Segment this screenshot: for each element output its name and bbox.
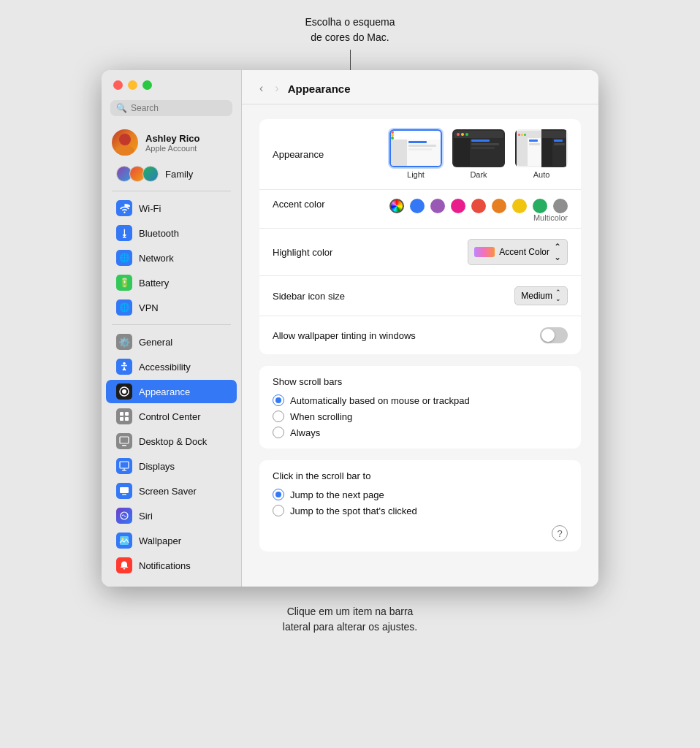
- appearance-option-dark-label: Dark: [470, 170, 487, 179]
- sidebar-item-label-control-center: Control Center: [139, 411, 201, 422]
- bottom-annotation-text: Clique em um item na barralateral para a…: [102, 604, 598, 635]
- sidebar-icon-size-value: Medium: [521, 291, 552, 301]
- sidebar-item-siri[interactable]: Siri: [106, 504, 237, 527]
- svg-point-2: [123, 362, 126, 365]
- sidebar-item-control-center[interactable]: Control Center: [106, 405, 237, 428]
- appearance-thumb-dark: [452, 129, 505, 167]
- sidebar-item-wifi[interactable]: Wi-Fi: [106, 196, 237, 220]
- thumb-sidebar-dark: [454, 138, 470, 167]
- thumb-dot-y-auto: [521, 134, 523, 136]
- thumb-dot-red-dark: [457, 133, 460, 136]
- accent-color-control: Multicolor: [389, 199, 568, 222]
- appearance-label: Appearance: [273, 149, 389, 160]
- click-spot-clicked-option[interactable]: Jump to the spot that's clicked: [273, 505, 568, 516]
- forward-button[interactable]: ›: [272, 80, 281, 96]
- ts-a3: [554, 140, 563, 142]
- appearance-option-light[interactable]: Light: [389, 129, 442, 179]
- sidebar-item-accessibility[interactable]: Accessibility: [106, 355, 237, 378]
- back-button[interactable]: ‹: [256, 80, 266, 96]
- sidebar-item-network[interactable]: 🌐 Network: [106, 246, 237, 270]
- sidebar-item-bluetooth[interactable]: ⭳ Bluetooth: [106, 221, 237, 245]
- sidebar-item-battery[interactable]: 🔋 Battery: [106, 271, 237, 294]
- sidebar-item-notifications[interactable]: Notifications: [106, 554, 237, 577]
- svg-point-4: [122, 389, 126, 394]
- svg-rect-6: [125, 412, 129, 416]
- svg-rect-7: [120, 417, 123, 421]
- desktop-dock-icon: [116, 433, 132, 449]
- bottom-annotation: Clique em um item na barralateral para a…: [102, 594, 598, 635]
- appearance-thumb-light: [389, 129, 442, 167]
- accent-green[interactable]: [533, 199, 547, 213]
- battery-icon: 🔋: [116, 275, 132, 291]
- accent-multicolor-label: Multicolor: [533, 213, 568, 222]
- appearance-option-auto[interactable]: Auto: [515, 129, 568, 179]
- sidebar-item-displays[interactable]: Displays: [106, 454, 237, 478]
- accent-blue[interactable]: [410, 199, 425, 213]
- main-content: ‹ › Appearance Appearance: [242, 70, 598, 587]
- scroll-scrolling-option[interactable]: When scrolling: [273, 411, 568, 422]
- highlight-color-control: Accent Color ⌃⌄: [389, 239, 568, 265]
- accent-orange[interactable]: [492, 199, 506, 213]
- thumb-strip-d2: [471, 143, 499, 145]
- svg-rect-9: [120, 437, 129, 443]
- thumb-strip-d1: [471, 140, 490, 142]
- screen-saver-icon: [116, 483, 132, 499]
- thumb-dot-green-dark: [465, 133, 468, 136]
- click-next-page-option[interactable]: Jump to the next page: [273, 489, 568, 500]
- user-name: Ashley Rico: [145, 133, 199, 144]
- highlight-color-button[interactable]: Accent Color ⌃⌄: [468, 239, 568, 265]
- accent-graphite[interactable]: [553, 199, 568, 213]
- search-bar[interactable]: 🔍: [110, 100, 232, 116]
- sidebar-item-desktop-dock[interactable]: Desktop & Dock: [106, 430, 237, 453]
- maximize-button[interactable]: [142, 80, 152, 90]
- user-profile-item[interactable]: Ashley Rico Apple Account: [102, 125, 241, 161]
- wallpaper-tinting-toggle[interactable]: [540, 327, 568, 343]
- notifications-icon: [116, 557, 132, 573]
- sidebar-item-general[interactable]: ⚙️ General: [106, 330, 237, 354]
- scroll-always-option[interactable]: Always: [273, 427, 568, 438]
- vpn-icon: 🌐: [116, 299, 132, 316]
- sidebar-item-wallpaper[interactable]: Wallpaper: [106, 529, 237, 552]
- search-input[interactable]: [131, 103, 227, 113]
- sidebar-icon-size-button[interactable]: Medium ⌃⌄: [514, 286, 568, 305]
- wallpaper-tinting-label: Allow wallpaper tinting in windows: [273, 330, 416, 341]
- click-scroll-bar-options: Jump to the next page Jump to the spot t…: [273, 489, 568, 516]
- scroll-scrolling-radio: [273, 411, 284, 422]
- sidebar-item-vpn[interactable]: 🌐 VPN: [106, 296, 237, 319]
- minimize-button[interactable]: [128, 80, 137, 90]
- network-icon: 🌐: [116, 250, 132, 266]
- accent-multicolor[interactable]: [389, 199, 404, 213]
- appearance-row: Appearance: [259, 119, 581, 190]
- thumb-auto-sidebar-r: [541, 138, 552, 167]
- thumb-dot-g-auto: [524, 134, 526, 136]
- sidebar-item-appearance[interactable]: Appearance: [106, 380, 237, 403]
- help-button[interactable]: ?: [552, 525, 568, 541]
- appearance-thumb-auto: [515, 129, 568, 167]
- sidebar-item-family[interactable]: Family: [106, 162, 237, 186]
- thumb-strip-d3: [471, 147, 495, 149]
- sidebar-item-screen-saver[interactable]: Screen Saver: [106, 479, 237, 503]
- scroll-auto-radio: [273, 394, 284, 406]
- accent-yellow[interactable]: [512, 199, 527, 213]
- top-annotation-text: Escolha o esquemade cores do Mac.: [305, 15, 395, 45]
- user-info: Ashley Rico Apple Account: [145, 133, 199, 153]
- svg-rect-15: [122, 494, 126, 495]
- sidebar-divider-2: [112, 324, 231, 325]
- thumb-auto-sidebar-l: [517, 138, 528, 167]
- appearance-option-dark[interactable]: Dark: [452, 129, 505, 179]
- appearance-options: Light: [389, 129, 568, 179]
- show-scroll-bars-section: Show scroll bars Automatically based on …: [259, 366, 581, 449]
- sidebar-item-label-displays: Displays: [139, 461, 175, 472]
- appearance-icon: [116, 383, 132, 400]
- window-controls: [102, 70, 241, 97]
- accent-red[interactable]: [471, 199, 486, 213]
- highlight-chevron-icon: ⌃⌄: [554, 242, 561, 262]
- accent-purple[interactable]: [430, 199, 445, 213]
- close-button[interactable]: [113, 80, 123, 90]
- accent-pink[interactable]: [451, 199, 465, 213]
- size-chevron-icon: ⌃⌄: [555, 289, 561, 302]
- settings-window: 🔍 Ashley Rico Apple Account F: [102, 70, 598, 587]
- sidebar-item-label-wallpaper: Wallpaper: [139, 535, 181, 546]
- click-spot-radio: [273, 505, 284, 516]
- scroll-auto-option[interactable]: Automatically based on mouse or trackpad: [273, 394, 568, 406]
